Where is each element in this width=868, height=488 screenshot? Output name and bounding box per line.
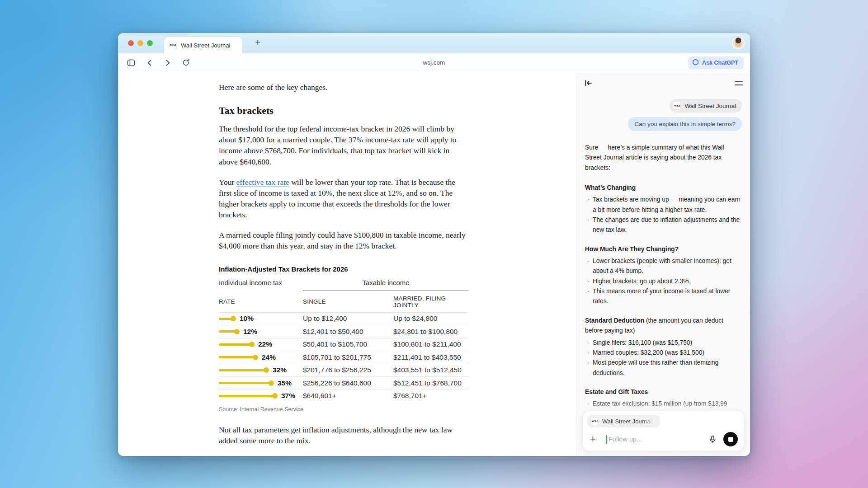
stop-button[interactable] bbox=[723, 432, 738, 446]
tab-title: Wall Street Journal bbox=[181, 42, 230, 49]
reply-bullet: ·Estate tax exclusion: $15 million (up f… bbox=[585, 399, 742, 409]
attach-plus-icon[interactable]: + bbox=[590, 435, 601, 444]
article-paragraph: Your effective tax rate will be lower th… bbox=[219, 177, 469, 221]
text-caret bbox=[606, 435, 607, 444]
close-window-button[interactable] bbox=[128, 40, 134, 46]
article-pane: Here are some of the key changes. Tax br… bbox=[118, 73, 576, 456]
browser-toolbar: wsj.com Ask ChatGPT bbox=[118, 53, 750, 72]
rate-bar bbox=[219, 330, 238, 333]
openai-logo-icon bbox=[692, 59, 699, 67]
followup-input[interactable]: Follow up... bbox=[609, 436, 708, 443]
married-range: $100,801 to $211,400 bbox=[393, 340, 469, 348]
reply-intro: Sure — here’s a simple summary of what t… bbox=[585, 143, 742, 173]
rate-label: 24% bbox=[262, 353, 276, 361]
rate-bar bbox=[219, 356, 256, 358]
article-paragraph: Not all tax parameters get inflation adj… bbox=[219, 424, 469, 446]
tab-bar: WSJ Wall Street Journal + bbox=[118, 33, 750, 53]
single-range: $256,226 to $640,600 bbox=[303, 379, 393, 387]
single-range: $201,776 to $256,225 bbox=[303, 366, 393, 374]
browser-window: WSJ Wall Street Journal + wsj.com bbox=[118, 33, 750, 456]
rate-bar bbox=[219, 395, 276, 397]
rate-label: 12% bbox=[243, 328, 257, 336]
rate-label: 35% bbox=[278, 379, 292, 387]
sidebar-header bbox=[577, 73, 750, 94]
article-paragraph: Here are some of the key changes. bbox=[219, 82, 469, 93]
article-paragraph: The threshold for the top federal income… bbox=[219, 123, 469, 167]
table-row: 32% $201,776 to $256,225 $403,551 to $51… bbox=[219, 364, 469, 377]
rate-bar bbox=[219, 369, 267, 371]
wsj-favicon: WSJ bbox=[169, 42, 177, 49]
rate-label: 10% bbox=[240, 314, 254, 323]
reply-bullet: ·This means more of your income is taxed… bbox=[585, 286, 742, 307]
reply-bullet: ·Tax brackets are moving up — meaning yo… bbox=[585, 195, 742, 215]
tax-brackets-table: Inflation-Adjusted Tax Brackets for 2026… bbox=[219, 265, 469, 413]
wsj-favicon: WSJ bbox=[673, 102, 681, 110]
table-row: 35% $256,226 to $640,600 $512,451 to $76… bbox=[219, 376, 469, 389]
composer-context-chip[interactable]: WSJ Wall Street Journal bbox=[587, 415, 660, 427]
table-source: Source: Internal Revenue Service bbox=[219, 406, 469, 413]
effective-tax-rate-link[interactable]: effective tax rate bbox=[236, 178, 289, 187]
table-row: 37% $640,601+ $768,701+ bbox=[219, 389, 469, 403]
collapse-sidebar-icon[interactable] bbox=[584, 79, 593, 89]
reply-section-heading: What’s Changing bbox=[585, 183, 742, 193]
table-subhead-individual: Individual income tax bbox=[219, 279, 303, 291]
married-range: $403,551 to $512,450 bbox=[393, 366, 469, 374]
chat-composer: WSJ Wall Street Journal + Follow up... bbox=[582, 410, 745, 451]
ask-chatgpt-button[interactable]: Ask ChatGPT bbox=[688, 56, 744, 69]
table-row: 12% $12,401 to $50,400 $24,801 to $100,8… bbox=[219, 325, 469, 338]
address-bar[interactable]: wsj.com bbox=[118, 59, 750, 66]
single-range: $12,401 to $50,400 bbox=[303, 328, 393, 336]
profile-avatar[interactable] bbox=[733, 38, 744, 48]
chat-messages: WSJ Wall Street Journal Can you explain … bbox=[577, 94, 750, 411]
rate-bar bbox=[219, 382, 272, 384]
married-range: $512,451 to $768,700 bbox=[393, 379, 469, 387]
sidebar-menu-icon[interactable] bbox=[735, 79, 743, 88]
column-header-single: SINGLE bbox=[303, 298, 393, 305]
single-range: $50,401 to $105,700 bbox=[303, 340, 393, 348]
chatgpt-sidebar: WSJ Wall Street Journal Can you explain … bbox=[576, 73, 750, 456]
reply-section-heading: Standard Deduction (the amount you can d… bbox=[585, 316, 742, 336]
reply-section-heading: How Much Are They Changing? bbox=[585, 244, 742, 254]
reply-bullet: ·Lower brackets (people with smaller inc… bbox=[585, 256, 742, 277]
window-controls bbox=[128, 40, 153, 46]
source-chip-label: Wall Street Journal bbox=[684, 103, 736, 109]
reply-bullet: ·Married couples: $32,200 (was $31,500) bbox=[585, 348, 742, 358]
reply-section-heading: Estate and Gift Taxes bbox=[585, 387, 742, 397]
new-tab-button[interactable]: + bbox=[252, 38, 263, 47]
single-range: $105,701 to $201,775 bbox=[303, 353, 393, 361]
article-heading-tax-brackets: Tax brackets bbox=[219, 105, 469, 117]
zoom-window-button[interactable] bbox=[147, 40, 153, 46]
ask-chatgpt-label: Ask ChatGPT bbox=[702, 60, 738, 66]
table-title: Inflation-Adjusted Tax Brackets for 2026 bbox=[219, 265, 469, 273]
context-chip-label: Wall Street Journal bbox=[602, 418, 656, 425]
reply-bullet: ·Single filers: $16,100 (was $15,750) bbox=[585, 338, 742, 348]
rate-bar bbox=[219, 343, 253, 346]
wsj-favicon: WSJ bbox=[590, 417, 599, 425]
column-header-rate: RATE bbox=[219, 298, 303, 305]
reply-bullet: ·Higher brackets: go up about 2.3%. bbox=[585, 277, 742, 286]
single-range: $640,601+ bbox=[303, 392, 393, 400]
married-range: $768,701+ bbox=[393, 392, 469, 400]
tab-wall-street-journal[interactable]: WSJ Wall Street Journal bbox=[164, 37, 242, 53]
married-range: Up to $24,800 bbox=[393, 314, 469, 323]
microphone-icon[interactable] bbox=[708, 435, 717, 444]
single-range: Up to $12,400 bbox=[303, 314, 393, 323]
rate-bar bbox=[219, 318, 234, 320]
married-range: $24,801 to $100,800 bbox=[393, 328, 469, 336]
reply-bullet: ·Most people will use this rather than i… bbox=[585, 358, 742, 378]
column-header-married: MARRIED, FILING JOINTLY bbox=[393, 295, 469, 309]
assistant-reply: Sure — here’s a simple summary of what t… bbox=[585, 143, 742, 409]
rate-label: 37% bbox=[281, 392, 295, 400]
table-row: 22% $50,401 to $105,700 $100,801 to $211… bbox=[219, 338, 469, 351]
source-chip-wsj[interactable]: WSJ Wall Street Journal bbox=[670, 99, 742, 113]
table-subhead-taxable-income: Taxable income bbox=[303, 279, 469, 291]
minimize-window-button[interactable] bbox=[137, 40, 143, 46]
article-paragraph: The child tax credit is now subject to a… bbox=[219, 455, 469, 456]
table-row: 10% Up to $12,400 Up to $24,800 bbox=[219, 312, 469, 325]
article-paragraph: A married couple filing jointly could ha… bbox=[219, 230, 469, 251]
rate-label: 22% bbox=[258, 340, 272, 348]
married-range: $211,401 to $403,550 bbox=[393, 353, 469, 361]
rate-label: 32% bbox=[273, 366, 287, 374]
reply-bullet: ·The changes are due to inflation adjust… bbox=[585, 215, 742, 235]
table-row: 24% $105,701 to $201,775 $211,401 to $40… bbox=[219, 351, 469, 364]
